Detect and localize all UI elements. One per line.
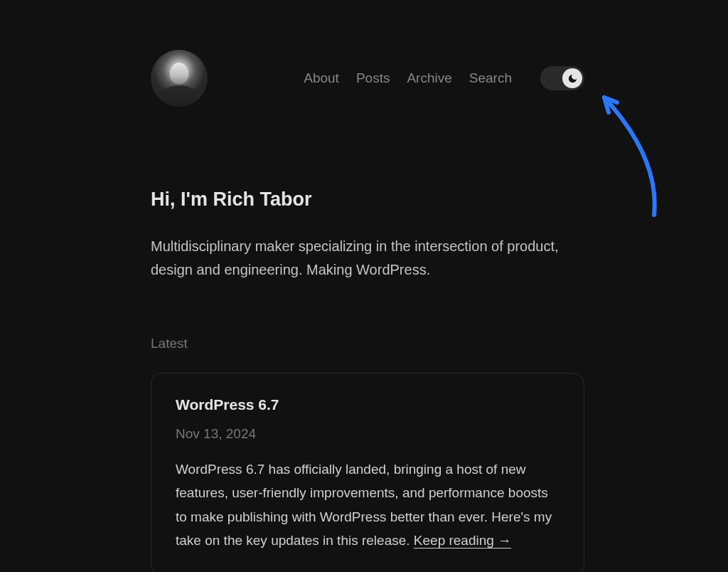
site-header: About Posts Archive Search xyxy=(151,50,584,107)
nav-link-search[interactable]: Search xyxy=(469,70,512,86)
nav-link-archive[interactable]: Archive xyxy=(407,70,451,86)
theme-toggle[interactable] xyxy=(540,66,584,90)
latest-label: Latest xyxy=(151,336,584,351)
post-excerpt: WordPress 6.7 has officially landed, bri… xyxy=(176,457,560,552)
post-date: Nov 13, 2024 xyxy=(176,426,560,442)
moon-icon xyxy=(567,73,578,84)
nav-link-about[interactable]: About xyxy=(304,70,339,86)
post-card[interactable]: WordPress 6.7 Nov 13, 2024 WordPress 6.7… xyxy=(151,373,584,572)
post-title: WordPress 6.7 xyxy=(176,396,560,413)
annotation-arrow xyxy=(583,87,675,222)
avatar[interactable] xyxy=(151,50,208,107)
toggle-knob xyxy=(562,68,582,88)
keep-reading-link[interactable]: Keep reading → xyxy=(414,533,511,548)
nav-link-posts[interactable]: Posts xyxy=(356,70,390,86)
bio-text: Multidisciplinary maker specializing in … xyxy=(151,235,584,282)
greeting-heading: Hi, I'm Rich Tabor xyxy=(151,189,584,211)
main-nav: About Posts Archive Search xyxy=(304,66,584,90)
